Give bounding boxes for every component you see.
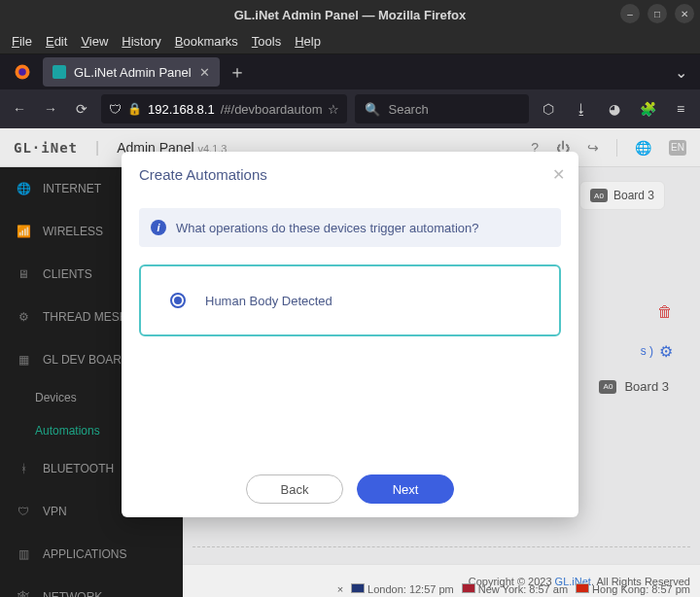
modal-overlay: Create Automations ✕ i What operations d… xyxy=(0,128,700,597)
extensions-icon[interactable]: 🧩 xyxy=(636,97,659,121)
info-icon: i xyxy=(151,220,166,235)
browser-menubar: File Edit View History Bookmarks Tools H… xyxy=(0,29,700,54)
tab-favicon xyxy=(52,65,66,79)
menu-file[interactable]: File xyxy=(12,34,32,49)
create-automations-modal: Create Automations ✕ i What operations d… xyxy=(122,152,578,517)
menu-bookmarks[interactable]: Bookmarks xyxy=(175,34,238,49)
nav-forward-button[interactable]: → xyxy=(39,97,62,121)
tabs-overflow-button[interactable]: ⌄ xyxy=(667,63,694,82)
lock-icon[interactable]: 🔒 xyxy=(127,102,142,116)
modal-header: Create Automations ✕ xyxy=(122,152,578,196)
os-maximize-button[interactable]: □ xyxy=(648,4,667,23)
url-bar[interactable]: 🛡 🔒 192.168.8.1 /#/devboardautom ☆ xyxy=(101,94,347,123)
os-minimize-button[interactable]: – xyxy=(620,4,640,23)
browser-search-box[interactable]: 🔍 Search xyxy=(355,94,529,123)
search-icon: 🔍 xyxy=(365,102,380,117)
page: GL·iNet | Admin Panel v4.1.3 ? ⏻ ↪ 🌐 EN … xyxy=(0,128,700,597)
new-tab-button[interactable]: ＋ xyxy=(224,58,251,86)
browser-tab[interactable]: GL.iNet Admin Panel ✕ xyxy=(43,57,220,87)
menu-tools[interactable]: Tools xyxy=(252,34,281,49)
account-icon[interactable]: ◕ xyxy=(603,97,626,121)
modal-info-banner: i What operations do these devices trigg… xyxy=(139,208,561,247)
menu-view[interactable]: View xyxy=(81,34,108,49)
next-button[interactable]: Next xyxy=(357,474,454,504)
nav-back-button[interactable]: ← xyxy=(8,97,31,121)
modal-info-text: What operations do these devices trigger… xyxy=(176,221,478,235)
svg-point-1 xyxy=(18,68,26,76)
tab-title: GL.iNet Admin Panel xyxy=(74,65,192,80)
radio-selected[interactable] xyxy=(170,293,186,308)
browser-navbar: ← → ⟳ 🛡 🔒 192.168.8.1 /#/devboardautom ☆… xyxy=(0,89,700,128)
modal-close-button[interactable]: ✕ xyxy=(552,165,565,184)
os-close-button[interactable]: ✕ xyxy=(675,4,694,23)
menu-history[interactable]: History xyxy=(122,34,160,49)
os-window-title: GL.iNet Admin Panel — Mozilla Firefox xyxy=(234,8,467,22)
hamburger-menu-icon[interactable]: ≡ xyxy=(669,97,692,121)
modal-footer: Back Next xyxy=(122,461,578,517)
url-path: /#/devboardautom xyxy=(221,102,323,117)
trigger-option-label: Human Body Detected xyxy=(205,294,332,308)
back-button[interactable]: Back xyxy=(246,474,343,504)
pocket-icon[interactable]: ⬡ xyxy=(537,97,560,121)
menu-edit[interactable]: Edit xyxy=(46,34,67,49)
bookmark-star-icon[interactable]: ☆ xyxy=(328,102,339,117)
firefox-icon[interactable] xyxy=(6,57,39,87)
tab-close-button[interactable]: ✕ xyxy=(199,65,210,80)
search-placeholder: Search xyxy=(388,102,428,117)
os-titlebar: GL.iNet Admin Panel — Mozilla Firefox – … xyxy=(0,0,700,29)
menu-help[interactable]: Help xyxy=(295,34,321,49)
modal-title: Create Automations xyxy=(139,166,267,183)
os-window-buttons: – □ ✕ xyxy=(620,4,694,23)
downloads-icon[interactable]: ⭳ xyxy=(570,97,593,121)
url-host: 192.168.8.1 xyxy=(148,102,215,117)
nav-reload-button[interactable]: ⟳ xyxy=(70,97,93,121)
trigger-option-card[interactable]: Human Body Detected xyxy=(139,264,561,336)
shield-icon[interactable]: 🛡 xyxy=(109,102,122,117)
browser-tabstrip: GL.iNet Admin Panel ✕ ＋ ⌄ xyxy=(0,54,700,89)
